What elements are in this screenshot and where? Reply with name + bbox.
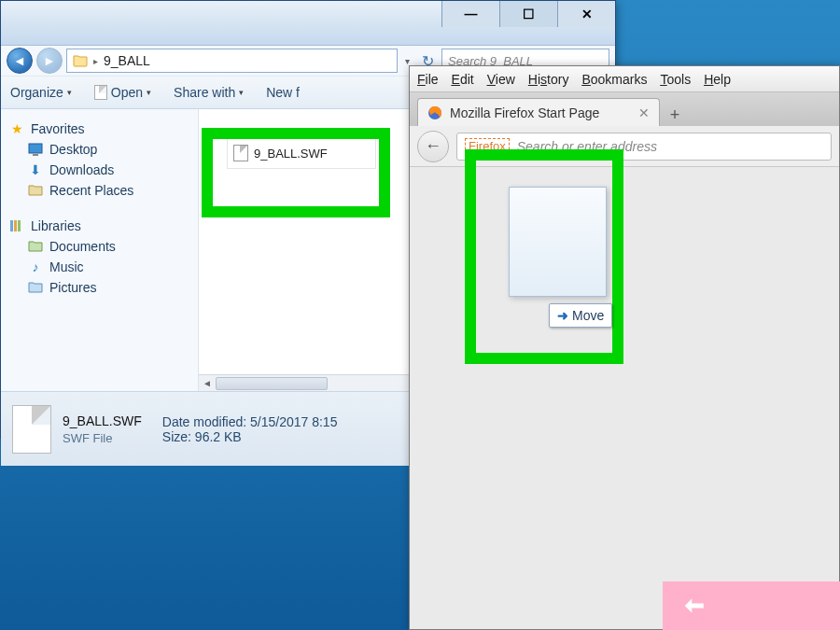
desktop-icon xyxy=(27,142,44,157)
download-icon: ⬇ xyxy=(27,162,44,177)
details-filename: 9_BALL.SWF xyxy=(63,413,142,428)
libraries-icon xyxy=(8,218,25,233)
svg-rect-2 xyxy=(10,220,13,231)
svg-rect-3 xyxy=(14,220,17,231)
share-menu[interactable]: Share with▾ xyxy=(174,85,244,100)
tab-close-button[interactable]: ✕ xyxy=(638,105,650,120)
address-bar[interactable]: ▸ 9_BALL xyxy=(66,49,398,73)
firefox-navbar: ← Firefox Search or enter address xyxy=(410,126,839,167)
drop-tooltip: ➜ Move xyxy=(549,303,612,328)
file-icon xyxy=(94,85,107,100)
menu-file[interactable]: File xyxy=(417,72,439,87)
svg-rect-0 xyxy=(29,144,42,153)
menu-bookmarks[interactable]: Bookmarks xyxy=(581,72,647,87)
sidebar-libraries[interactable]: Libraries xyxy=(1,216,198,236)
file-type-icon xyxy=(12,405,51,454)
browser-content[interactable] xyxy=(410,167,839,629)
sidebar-downloads[interactable]: ⬇Downloads xyxy=(1,160,198,180)
open-menu[interactable]: Open▾ xyxy=(94,85,151,100)
firefox-icon xyxy=(427,105,442,120)
scroll-thumb[interactable] xyxy=(216,377,328,390)
drag-ghost-thumbnail xyxy=(509,187,607,297)
explorer-titlebar[interactable]: — ☐ ✕ xyxy=(1,1,615,46)
move-label: Move xyxy=(572,308,604,323)
chevron-right-icon: ▸ xyxy=(93,56,98,66)
sidebar-music[interactable]: ♪Music xyxy=(1,257,198,277)
menu-tools[interactable]: Tools xyxy=(660,72,691,87)
sidebar-documents[interactable]: Documents xyxy=(1,236,198,257)
close-button[interactable]: ✕ xyxy=(557,1,615,27)
pictures-icon xyxy=(27,280,44,295)
firefox-tabstrip: Mozilla Firefox Start Page ✕ + xyxy=(410,92,839,126)
browser-back-button[interactable]: ← xyxy=(417,131,449,162)
details-size-label: Size: xyxy=(162,429,191,444)
menu-help[interactable]: Help xyxy=(704,72,731,87)
firefox-window: File Edit View History Bookmarks Tools H… xyxy=(409,65,840,630)
path-segment: 9_BALL xyxy=(104,53,150,68)
url-placeholder: Search or enter address xyxy=(517,139,657,154)
organize-menu[interactable]: Organize▾ xyxy=(10,85,72,100)
scroll-left-button[interactable]: ◄ xyxy=(199,375,216,391)
sidebar-pictures[interactable]: Pictures xyxy=(1,277,198,298)
svg-rect-4 xyxy=(18,220,21,231)
svg-rect-1 xyxy=(33,154,38,156)
sidebar-recent-places[interactable]: Recent Places xyxy=(1,180,198,201)
folder-icon xyxy=(73,54,88,67)
nav-forward-button[interactable]: ► xyxy=(36,48,63,74)
star-icon: ★ xyxy=(8,121,25,136)
sidebar-favorites[interactable]: ★Favorites xyxy=(1,119,198,139)
details-modified-label: Date modified: xyxy=(162,414,246,429)
details-size-value: 96.2 KB xyxy=(195,429,242,444)
details-filetype: SWF File xyxy=(63,431,142,445)
maximize-button[interactable]: ☐ xyxy=(499,1,557,27)
sidebar-desktop[interactable]: Desktop xyxy=(1,139,198,160)
file-icon xyxy=(233,145,248,161)
file-name: 9_BALL.SWF xyxy=(254,147,328,161)
new-folder-button[interactable]: New f xyxy=(266,85,300,100)
chevron-down-icon[interactable]: ▾ xyxy=(401,56,413,66)
recent-icon xyxy=(27,183,44,198)
tab-title: Mozilla Firefox Start Page xyxy=(450,105,631,120)
documents-icon xyxy=(27,239,44,254)
firefox-menubar: File Edit View History Bookmarks Tools H… xyxy=(410,66,839,92)
explorer-sidebar: ★Favorites Desktop ⬇Downloads Recent Pla… xyxy=(1,109,199,391)
details-modified-value: 5/15/2017 8:15 xyxy=(250,414,337,429)
address-bar[interactable]: Firefox Search or enter address xyxy=(456,133,832,161)
watermark-icon xyxy=(681,592,709,620)
new-tab-button[interactable]: + xyxy=(662,104,688,126)
nav-back-button[interactable]: ◄ xyxy=(7,48,33,74)
menu-history[interactable]: History xyxy=(528,72,569,87)
browser-tab[interactable]: Mozilla Firefox Start Page ✕ xyxy=(417,98,660,126)
menu-view[interactable]: View xyxy=(487,72,515,87)
move-arrow-icon: ➜ xyxy=(557,308,568,323)
minimize-button[interactable]: — xyxy=(441,1,499,27)
music-icon: ♪ xyxy=(27,259,44,274)
menu-edit[interactable]: Edit xyxy=(452,72,474,87)
url-tag: Firefox xyxy=(465,138,510,154)
watermark-box xyxy=(663,581,840,630)
file-item[interactable]: 9_BALL.SWF xyxy=(227,137,376,169)
